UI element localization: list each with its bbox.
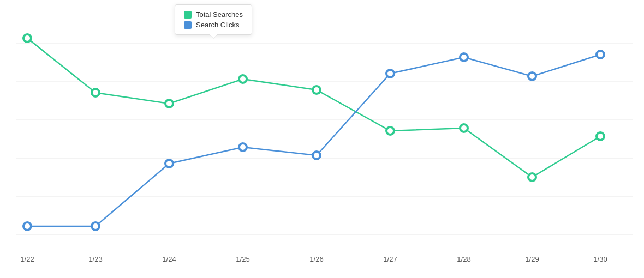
x-label-3: 1/25 bbox=[236, 255, 249, 263]
search-clicks-swatch bbox=[184, 21, 192, 29]
chart-container: 1/22 1/23 1/24 1/25 1/26 1/27 1/28 1/29 … bbox=[0, 0, 644, 278]
legend-item-total-searches: Total Searches bbox=[184, 10, 243, 19]
chart-legend: Total Searches Search Clicks bbox=[175, 4, 252, 35]
ts-inner-7 bbox=[529, 174, 535, 180]
ts-inner-5 bbox=[387, 128, 393, 134]
total-searches-swatch bbox=[184, 11, 192, 19]
x-label-2: 1/24 bbox=[162, 255, 176, 263]
legend-item-search-clicks: Search Clicks bbox=[184, 21, 243, 29]
sc-inner-8 bbox=[598, 52, 603, 57]
sc-inner-4 bbox=[314, 153, 319, 158]
sc-inner-1 bbox=[93, 223, 98, 229]
ts-inner-0 bbox=[25, 35, 30, 41]
sc-inner-0 bbox=[25, 223, 30, 229]
ts-inner-6 bbox=[461, 125, 467, 131]
x-label-8: 1/30 bbox=[593, 255, 607, 263]
sc-inner-2 bbox=[166, 161, 172, 166]
ts-inner-2 bbox=[166, 101, 172, 106]
ts-inner-3 bbox=[240, 76, 246, 82]
x-label-6: 1/28 bbox=[457, 255, 470, 263]
x-label-4: 1/26 bbox=[309, 255, 323, 263]
x-label-0: 1/22 bbox=[20, 255, 34, 263]
x-label-5: 1/27 bbox=[383, 255, 397, 263]
sc-inner-3 bbox=[240, 144, 246, 150]
search-clicks-line bbox=[27, 55, 600, 226]
sc-inner-6 bbox=[461, 55, 467, 60]
ts-inner-8 bbox=[598, 134, 603, 139]
total-searches-label: Total Searches bbox=[196, 10, 243, 19]
x-label-7: 1/29 bbox=[525, 255, 539, 263]
sc-inner-7 bbox=[529, 74, 535, 79]
x-label-1: 1/23 bbox=[88, 255, 102, 263]
ts-inner-4 bbox=[314, 87, 319, 93]
search-clicks-label: Search Clicks bbox=[196, 21, 239, 29]
ts-inner-1 bbox=[93, 90, 98, 95]
chart-svg: 1/22 1/23 1/24 1/25 1/26 1/27 1/28 1/29 … bbox=[0, 0, 644, 278]
sc-inner-5 bbox=[387, 71, 393, 76]
